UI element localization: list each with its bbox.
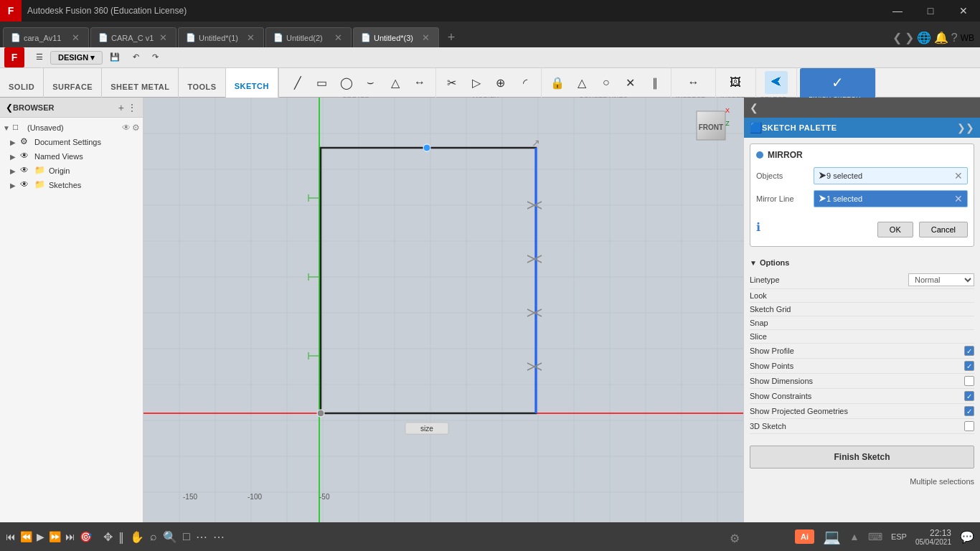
svg-point-40 <box>423 144 430 151</box>
tree-item-doc-settings[interactable]: ▶ ⚙ Document Settings <box>0 135 143 149</box>
ok-button[interactable]: OK <box>877 222 913 237</box>
mirror-line-clear-icon[interactable]: ✕ <box>954 193 963 204</box>
window-controls: — □ ✕ <box>881 0 980 22</box>
tree-item-sketches[interactable]: ▶ 👁 📁 Sketches <box>0 178 143 192</box>
tree-item-unsaved[interactable]: ▼ □ (Unsaved) 👁 ⚙ <box>0 121 143 135</box>
grid-icon[interactable]: ⋯ <box>196 530 207 544</box>
design-dropdown[interactable]: DESIGN ▾ <box>50 51 103 65</box>
cross-constraint[interactable]: ✕ <box>619 71 642 94</box>
arc-tool[interactable]: ⌣ <box>359 71 382 94</box>
show-profile-checkbox[interactable] <box>964 346 974 356</box>
ai-button[interactable]: Ai <box>795 529 814 544</box>
extend-tool[interactable]: ▷ <box>465 71 488 94</box>
tree-item-origin[interactable]: ▶ 👁 📁 Origin <box>0 164 143 178</box>
taskbar-icon[interactable]: 💻 <box>823 528 841 545</box>
expand-button[interactable]: ❯❯ <box>957 122 974 133</box>
finish-sketch-icon[interactable]: ✓ <box>826 71 849 94</box>
mirror-line-value[interactable]: ⮞ 1 selected ✕ <box>814 190 968 207</box>
sketch-3d-checkbox[interactable] <box>964 421 974 431</box>
eye-icon[interactable]: 👁 <box>122 123 131 133</box>
measure-tool[interactable]: ↔ <box>682 71 705 94</box>
tab-cara-c-v1[interactable]: 📄 CARA_C v1 ✕ <box>90 27 176 47</box>
undo-button[interactable]: ↶ <box>127 51 145 65</box>
zoom-icon[interactable]: 🔍 <box>163 530 177 544</box>
minimize-button[interactable]: — <box>881 0 914 22</box>
mirror-dialog: MIRROR Objects ⮞ 9 selected ✕ Mirror Lin… <box>750 143 974 247</box>
user-avatar[interactable]: WB <box>961 33 974 43</box>
mark-button[interactable]: 🎯 <box>80 531 92 542</box>
dimension-tool[interactable]: ↔ <box>408 71 431 94</box>
view-cube[interactable]: FRONT X Z <box>689 104 740 154</box>
tab-close-icon[interactable]: ✕ <box>70 32 81 43</box>
pan-tool-icon[interactable]: ✥ <box>103 530 113 544</box>
keyboard-icon[interactable]: ⌨ <box>868 531 882 542</box>
collapse-icon[interactable]: ❮ <box>6 103 13 113</box>
add-tab-button[interactable]: + <box>440 27 462 47</box>
add-icon[interactable]: + <box>118 102 124 113</box>
chevron-down-icon: ▾ <box>90 53 95 62</box>
triangle-tool[interactable]: △ <box>384 71 407 94</box>
tab-close-icon[interactable]: ✕ <box>245 32 256 43</box>
prev-start-button[interactable]: ⏮ <box>6 531 16 542</box>
units-icon[interactable]: ⋯ <box>213 530 225 544</box>
settings-icon[interactable]: ⚙ <box>730 532 740 545</box>
notification-icon[interactable]: ▲ <box>849 531 859 542</box>
tab-close-icon[interactable]: ✕ <box>333 32 344 43</box>
tab-untitled1[interactable]: 📄 Untitled*(1) ✕ <box>178 27 264 47</box>
notification-icon[interactable]: 🔔 <box>934 31 948 44</box>
cancel-button[interactable]: Cancel <box>919 222 968 237</box>
gear-icon[interactable]: ⚙ <box>132 123 140 133</box>
play-button[interactable]: ▶ <box>37 531 44 542</box>
snap-tool-icon[interactable]: ‖ <box>118 530 124 544</box>
snap-label: Snap <box>750 319 974 327</box>
tab-cara-av11[interactable]: 📄 cara_Av11 ✕ <box>3 27 89 47</box>
show-constraints-checkbox[interactable] <box>964 391 974 401</box>
tab-nav-left[interactable]: ❮ <box>892 31 902 44</box>
more-icon[interactable]: ⋮ <box>127 102 137 113</box>
hand-tool-icon[interactable]: ✋ <box>130 530 144 544</box>
tab-close-icon[interactable]: ✕ <box>158 32 169 43</box>
fillet-tool[interactable]: ◜ <box>514 71 537 94</box>
next-button[interactable]: ⏩ <box>49 531 61 542</box>
maximize-button[interactable]: □ <box>914 0 947 22</box>
circle-tool[interactable]: ◯ <box>335 71 358 94</box>
help-icon[interactable]: ? <box>951 32 958 44</box>
info-icon[interactable]: ℹ <box>756 220 760 234</box>
collapse-panel-icon[interactable]: ❮ <box>750 102 758 113</box>
display-icon[interactable]: □ <box>183 530 190 543</box>
grid-menu[interactable]: ☰ <box>30 51 49 65</box>
circle-constraint[interactable]: ○ <box>595 71 618 94</box>
redo-button[interactable]: ↷ <box>146 51 164 65</box>
save-button[interactable]: 💾 <box>104 51 126 65</box>
next-end-button[interactable]: ⏭ <box>65 531 75 542</box>
triangle-constraint[interactable]: △ <box>570 71 593 94</box>
notification-center-icon[interactable]: 💬 <box>960 530 974 544</box>
linetype-dropdown[interactable]: Normal Construction <box>908 273 974 286</box>
parallel-constraint[interactable]: ∥ <box>644 71 666 94</box>
show-projected-checkbox[interactable] <box>964 406 974 416</box>
objects-value[interactable]: ⮞ 9 selected ✕ <box>814 167 968 184</box>
zoom-fit-icon[interactable]: ⌕ <box>150 530 157 543</box>
tab-label: CARA_C v1 <box>111 34 154 42</box>
canvas[interactable]: size ↗ -150 -100 -50 <box>143 98 743 522</box>
tab-close-icon[interactable]: ✕ <box>420 32 431 43</box>
rect-tool[interactable]: ▭ <box>311 71 334 94</box>
prev-button[interactable]: ⏪ <box>20 531 32 542</box>
objects-clear-icon[interactable]: ✕ <box>954 170 963 182</box>
tab-untitled2[interactable]: 📄 Untitled(2) ✕ <box>265 27 352 47</box>
select-tool[interactable]: ⮜ <box>765 71 788 94</box>
line-tool[interactable]: ╱ <box>286 71 309 94</box>
close-button[interactable]: ✕ <box>947 0 980 22</box>
lock-tool[interactable]: 🔒 <box>546 71 569 94</box>
tree-item-named-views[interactable]: ▶ 👁 Named Views <box>0 149 143 164</box>
image-tool[interactable]: 🖼 <box>724 71 747 94</box>
show-dimensions-row: Show Dimensions <box>750 374 974 389</box>
globe-icon[interactable]: 🌐 <box>917 31 931 44</box>
break-tool[interactable]: ⊕ <box>489 71 512 94</box>
tab-untitled3[interactable]: 📄 Untitled*(3) ✕ <box>353 27 439 47</box>
show-dimensions-checkbox[interactable] <box>964 376 974 386</box>
finish-sketch-button[interactable]: Finish Sketch <box>750 446 974 468</box>
tab-nav-right[interactable]: ❯ <box>905 31 914 44</box>
trim-tool[interactable]: ✂ <box>440 71 463 94</box>
show-points-checkbox[interactable] <box>964 361 974 371</box>
